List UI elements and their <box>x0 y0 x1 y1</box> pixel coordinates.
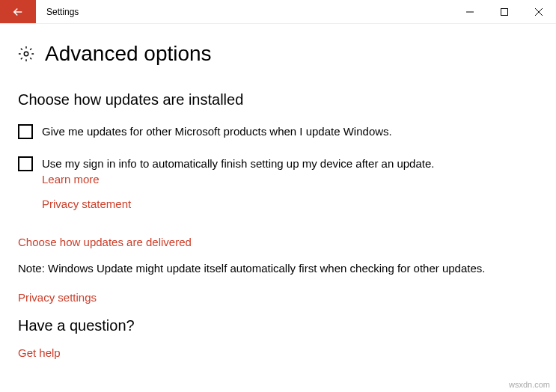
privacy-statement-link[interactable]: Privacy statement <box>42 197 538 210</box>
watermark: wsxdn.com <box>509 380 550 389</box>
checkbox-other-products[interactable] <box>18 124 33 139</box>
close-icon <box>535 8 543 16</box>
content-area: Advanced options Choose how updates are … <box>0 24 556 378</box>
checkbox-signin[interactable] <box>18 156 33 171</box>
maximize-icon <box>501 8 508 16</box>
svg-rect-1 <box>501 8 508 15</box>
checkbox-row-signin: Use my sign in info to automatically fin… <box>18 156 538 171</box>
app-title: Settings <box>36 0 453 23</box>
section-heading-question: Have a question? <box>18 317 538 334</box>
checkbox-label-other-products: Give me updates for other Microsoft prod… <box>42 123 392 139</box>
privacy-settings-link[interactable]: Privacy settings <box>18 291 538 304</box>
gear-icon <box>18 46 34 62</box>
svg-point-4 <box>24 52 28 56</box>
section-heading-updates: Choose how updates are installed <box>18 91 538 108</box>
back-button[interactable] <box>0 0 36 23</box>
arrow-left-icon <box>11 5 25 19</box>
checkbox-row-other-products: Give me updates for other Microsoft prod… <box>18 123 538 139</box>
checkbox-label-signin: Use my sign in info to automatically fin… <box>42 156 434 171</box>
titlebar: Settings <box>0 0 556 24</box>
delivery-link[interactable]: Choose how updates are delivered <box>18 236 538 248</box>
minimize-icon <box>466 8 474 16</box>
page-title: Advanced options <box>45 42 212 66</box>
learn-more-link[interactable]: Learn more <box>42 173 100 186</box>
get-help-link[interactable]: Get help <box>18 346 61 359</box>
page-header: Advanced options <box>18 42 538 66</box>
minimize-button[interactable] <box>453 0 487 23</box>
note-text: Note: Windows Update might update itself… <box>18 262 538 275</box>
window-controls <box>453 0 556 23</box>
maximize-button[interactable] <box>487 0 522 23</box>
close-button[interactable] <box>522 0 556 23</box>
